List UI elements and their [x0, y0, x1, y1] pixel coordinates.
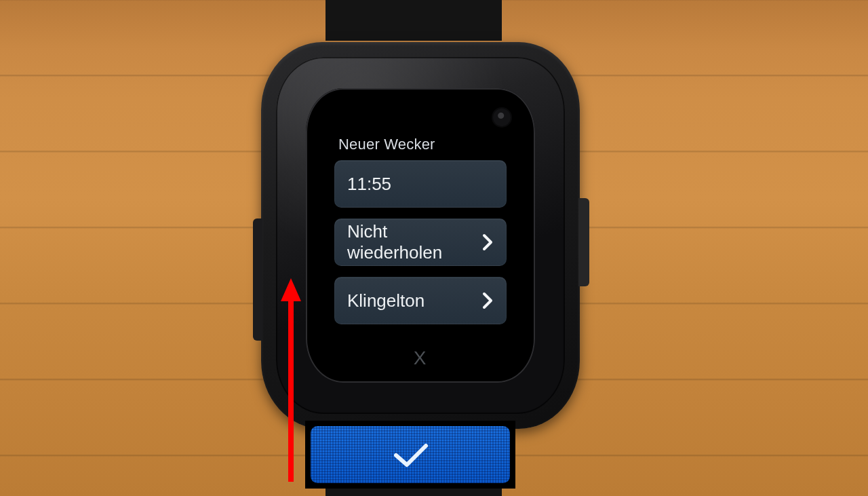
repeat-label: Nicht wiederholen [347, 221, 481, 263]
alarm-time-label: 11:55 [347, 174, 391, 195]
watch-glass: Neuer Wecker 11:55 Nicht wiederholen [306, 88, 535, 383]
chevron-right-icon [481, 233, 494, 252]
check-icon [387, 438, 434, 472]
confirm-button[interactable] [311, 426, 510, 483]
watch-body: Neuer Wecker 11:55 Nicht wiederholen [261, 42, 580, 429]
ringtone-item[interactable]: Klingelton [334, 277, 507, 324]
confirm-callout [305, 421, 515, 489]
chevron-right-icon [481, 291, 494, 310]
alarm-time-item[interactable]: 11:55 [334, 160, 507, 208]
camera-lens [493, 109, 511, 126]
watch-bezel: Neuer Wecker 11:55 Nicht wiederholen [276, 57, 565, 414]
ringtone-label: Klingelton [347, 290, 425, 311]
repeat-item[interactable]: Nicht wiederholen [334, 218, 507, 266]
home-button-x-icon[interactable]: X [414, 347, 428, 369]
watch-screen[interactable]: Neuer Wecker 11:55 Nicht wiederholen [334, 136, 507, 330]
scene: Neuer Wecker 11:55 Nicht wiederholen [0, 0, 868, 496]
page-title: Neuer Wecker [338, 136, 502, 153]
